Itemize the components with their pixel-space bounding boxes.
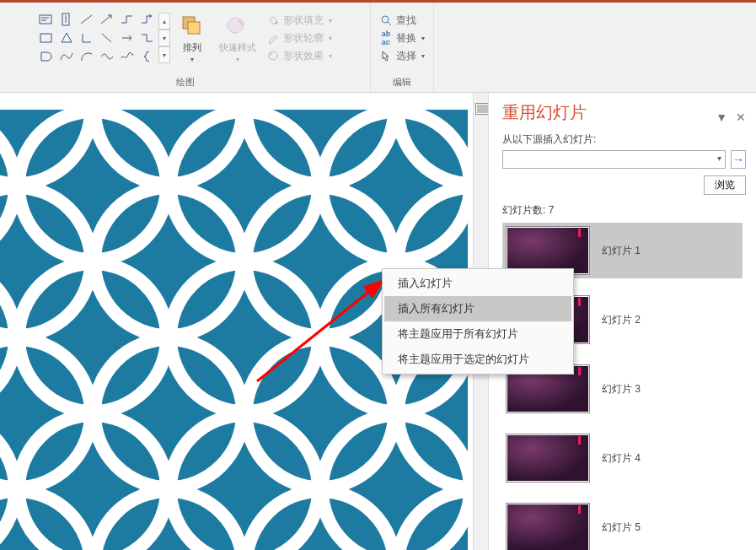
workspace: 重用幻灯片 ▼ ✕ 从以下源插入幻灯片: → 浏览 幻灯片数: 7 幻灯片 1 … (0, 93, 756, 550)
ribbon-accent-line (0, 0, 756, 3)
shape-fill-button: 形状填充 ▾ (265, 13, 334, 29)
svg-line-18 (388, 22, 391, 25)
shape-arrow2-icon[interactable] (118, 30, 137, 46)
shape-outline-label: 形状轮廓 (283, 31, 324, 46)
pen-icon (266, 31, 280, 45)
shape-wave-icon[interactable] (98, 48, 116, 65)
menu-apply-theme-all[interactable]: 将主题应用于所有幻灯片 (384, 321, 571, 347)
menu-insert-slide[interactable]: 插入幻灯片 (384, 271, 571, 296)
shape-scribble-icon[interactable] (118, 48, 137, 65)
arrange-button[interactable]: 排列 ▾ (174, 11, 211, 65)
shape-dshape-icon[interactable] (37, 48, 56, 65)
list-item[interactable]: 幻灯片 5 (502, 499, 743, 550)
browse-button[interactable]: 浏览 (704, 175, 746, 195)
svg-point-16 (270, 53, 272, 56)
shape-curve-icon[interactable] (57, 48, 76, 65)
shape-brace-icon[interactable] (138, 48, 157, 65)
slide-label: 幻灯片 3 (602, 382, 641, 396)
slide-thumbnail (506, 503, 590, 550)
svg-line-9 (102, 34, 111, 42)
ribbon: ▴ ▾ ▾ 排列 ▾ 快速样式 ▾ 形状填充 ▾ (0, 0, 756, 93)
insert-from-label: 从以下源插入幻灯片: (502, 132, 746, 147)
quick-styles-button: 快速样式 ▾ (214, 11, 261, 65)
slide-thumbnail (506, 434, 590, 483)
shape-effects-button: 形状效果 ▾ (265, 48, 334, 64)
svg-rect-7 (40, 34, 51, 42)
svg-line-5 (81, 15, 92, 24)
replace-icon: abac (379, 31, 393, 45)
group-editing: 查找 abac 替换 ▾ 选择 ▾ 编辑 (371, 0, 434, 92)
replace-button[interactable]: abac 替换 ▾ (378, 30, 426, 46)
svg-point-14 (275, 22, 277, 24)
shape-fill-label: 形状填充 (283, 13, 324, 28)
svg-marker-8 (62, 33, 72, 42)
menu-insert-all-slides[interactable]: 插入所有幻灯片 (384, 296, 571, 321)
shape-diag-icon[interactable] (98, 30, 116, 46)
group-editing-label: 编辑 (393, 73, 411, 90)
shape-arc-icon[interactable] (78, 48, 96, 65)
effects-icon (266, 49, 280, 62)
list-item[interactable]: 幻灯片 4 (502, 430, 743, 486)
select-label: 选择 (396, 49, 416, 63)
quick-styles-icon (224, 13, 251, 40)
shape-triangle-icon[interactable] (57, 30, 76, 46)
shapes-gallery[interactable] (37, 11, 157, 65)
source-path-combo[interactable] (502, 150, 726, 169)
svg-line-6 (101, 15, 111, 24)
search-icon (379, 13, 393, 27)
find-label: 查找 (396, 13, 416, 28)
go-button[interactable]: → (731, 150, 746, 169)
gallery-up-icon[interactable]: ▴ (158, 13, 170, 30)
select-button[interactable]: 选择 ▾ (378, 48, 426, 64)
shape-effects-label: 形状效果 (283, 49, 324, 63)
gallery-down-icon[interactable]: ▾ (158, 30, 170, 46)
arrange-icon (179, 13, 206, 40)
shape-connector-icon[interactable] (138, 30, 157, 46)
shape-elbow-icon[interactable] (118, 11, 137, 28)
shape-vtextbox-icon[interactable] (57, 11, 76, 28)
quick-styles-label: 快速样式 (219, 41, 256, 54)
shape-textbox-icon[interactable] (37, 11, 56, 28)
svg-rect-12 (188, 22, 200, 34)
pane-menu-icon[interactable]: ▼ (716, 111, 727, 124)
slide-label: 幻灯片 2 (602, 313, 641, 327)
slide-label: 幻灯片 5 (602, 520, 641, 535)
arrange-label: 排列 (183, 41, 201, 54)
bucket-icon (266, 13, 280, 27)
slide-label: 幻灯片 4 (602, 451, 641, 466)
shape-l-icon[interactable] (78, 30, 96, 46)
shape-elbow-arrow-icon[interactable] (138, 11, 157, 28)
find-button[interactable]: 查找 (378, 13, 426, 29)
gallery-more-icon[interactable]: ▾ (158, 46, 170, 63)
close-icon[interactable]: ✕ (736, 111, 746, 124)
svg-point-17 (382, 16, 389, 23)
shape-outline-button: 形状轮廓 ▾ (265, 30, 334, 46)
cursor-icon (379, 49, 393, 62)
svg-point-15 (269, 51, 277, 60)
replace-label: 替换 (396, 31, 416, 46)
slide-count-label: 幻灯片数: 7 (502, 203, 746, 218)
svg-rect-0 (40, 15, 51, 24)
group-drawing: ▴ ▾ ▾ 排列 ▾ 快速样式 ▾ 形状填充 ▾ (0, 0, 371, 92)
context-menu: 插入幻灯片 插入所有幻灯片 将主题应用于所有幻灯片 将主题应用于选定的幻灯片 (382, 268, 574, 375)
shape-arrow-icon[interactable] (98, 11, 116, 28)
slide-label: 幻灯片 1 (602, 244, 641, 258)
menu-apply-theme-selected[interactable]: 将主题应用于选定的幻灯片 (384, 347, 571, 372)
gallery-scroll-buttons: ▴ ▾ ▾ (158, 13, 170, 63)
shape-line-icon[interactable] (78, 11, 96, 28)
group-drawing-label: 绘图 (176, 73, 195, 90)
shape-rect-icon[interactable] (37, 30, 56, 46)
pane-title: 重用幻灯片 (502, 101, 587, 124)
